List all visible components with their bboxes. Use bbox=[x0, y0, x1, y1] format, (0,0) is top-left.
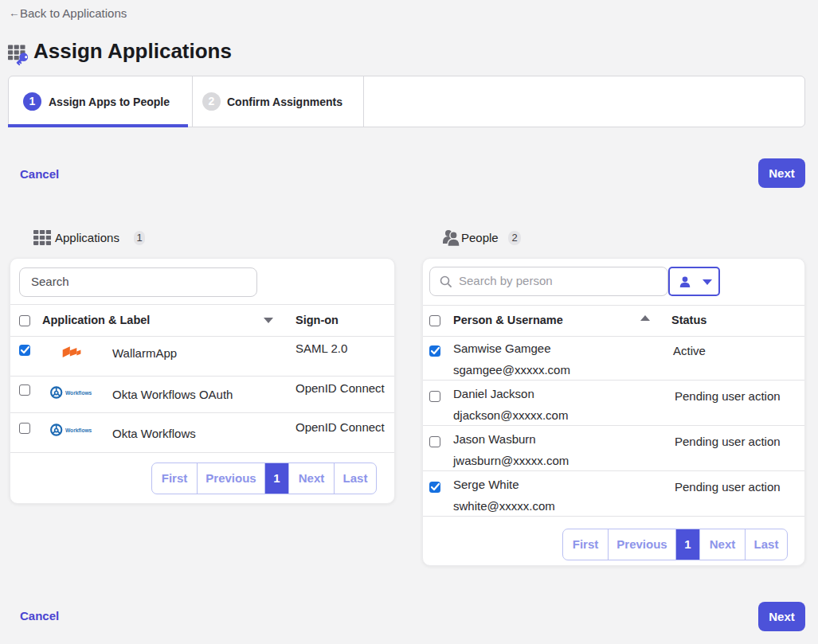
svg-text:Workflows: Workflows bbox=[65, 390, 92, 396]
svg-text:Workflows: Workflows bbox=[65, 427, 92, 433]
